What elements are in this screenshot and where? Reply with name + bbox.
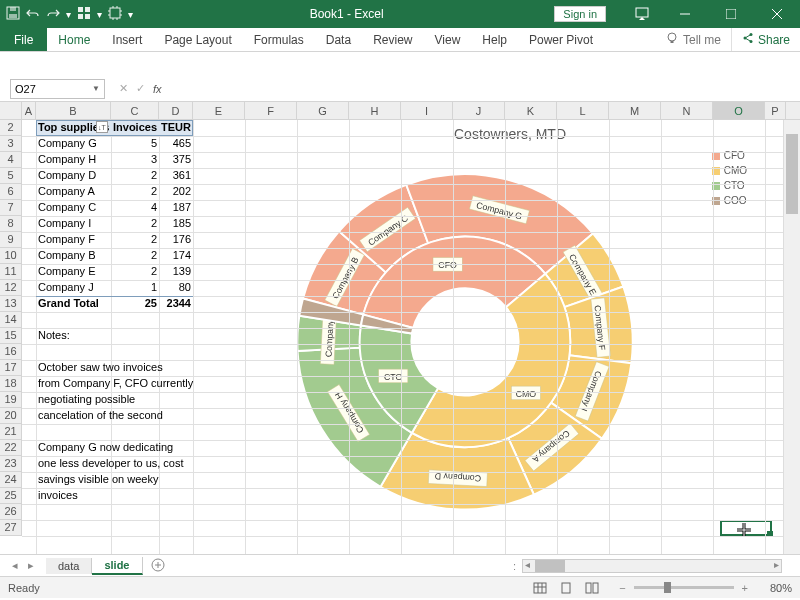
table-cell-company[interactable]: Company B	[36, 248, 111, 263]
table-cell-teur[interactable]: 174	[159, 248, 193, 263]
row-headers[interactable]: 2345678910111213141516171819202122232425…	[0, 120, 22, 554]
table-cell-company[interactable]: Company A	[36, 184, 111, 199]
notes-label[interactable]: Notes:	[36, 328, 236, 343]
tab-insert[interactable]: Insert	[101, 28, 153, 51]
column-headers[interactable]: ABCDEFGHIJKLMNOP	[0, 102, 800, 120]
row-header-17[interactable]: 17	[0, 360, 22, 376]
grid-area[interactable]: ABCDEFGHIJKLMNOP 23456789101112131415161…	[0, 102, 800, 554]
name-box[interactable]: O27 ▼	[10, 79, 105, 99]
table-cell-invoices[interactable]: 2	[111, 248, 159, 263]
note-line[interactable]: negotiating possible	[36, 392, 256, 407]
tab-file[interactable]: File	[0, 28, 47, 51]
row-header-24[interactable]: 24	[0, 472, 22, 488]
column-header-A[interactable]: A	[22, 102, 36, 119]
zoom-slider[interactable]	[634, 586, 734, 589]
select-all-corner[interactable]	[0, 102, 22, 119]
row-header-12[interactable]: 12	[0, 280, 22, 296]
vertical-scrollbar[interactable]	[783, 120, 800, 554]
table-cell-company[interactable]: Company H	[36, 152, 111, 167]
formula-input[interactable]	[168, 79, 800, 99]
table-cell-teur[interactable]: 465	[159, 136, 193, 151]
table-cell-invoices[interactable]: 3	[111, 152, 159, 167]
table-cell-company[interactable]: Company G	[36, 136, 111, 151]
table-cell-company[interactable]: Company J	[36, 280, 111, 295]
row-header-23[interactable]: 23	[0, 456, 22, 472]
table-cell-invoices[interactable]: 4	[111, 200, 159, 215]
tab-view[interactable]: View	[424, 28, 472, 51]
tab-help[interactable]: Help	[471, 28, 518, 51]
redo-icon[interactable]	[46, 6, 60, 23]
column-header-K[interactable]: K	[505, 102, 557, 119]
column-header-H[interactable]: H	[349, 102, 401, 119]
share-button[interactable]: Share	[731, 28, 800, 51]
row-header-9[interactable]: 9	[0, 232, 22, 248]
table-header-invoices[interactable]: Invoices	[111, 120, 159, 135]
row-header-14[interactable]: 14	[0, 312, 22, 328]
minimize-button[interactable]	[662, 0, 708, 28]
column-header-I[interactable]: I	[401, 102, 453, 119]
table-header-teur[interactable]: TEUR	[159, 120, 193, 135]
tab-data[interactable]: Data	[315, 28, 362, 51]
grid-icon[interactable]	[77, 6, 91, 23]
row-header-7[interactable]: 7	[0, 200, 22, 216]
column-header-O[interactable]: O	[713, 102, 765, 119]
table-cell-teur[interactable]: 80	[159, 280, 193, 295]
sheet-nav[interactable]: ◂▸	[0, 559, 46, 572]
sheet-tab-slide[interactable]: slide	[92, 557, 142, 575]
save-icon[interactable]	[6, 6, 20, 23]
row-header-26[interactable]: 26	[0, 504, 22, 520]
table-cell-teur[interactable]: 187	[159, 200, 193, 215]
row-header-19[interactable]: 19	[0, 392, 22, 408]
tab-page-layout[interactable]: Page Layout	[153, 28, 242, 51]
note-line[interactable]: cancelation of the second	[36, 408, 256, 423]
normal-view-icon[interactable]	[527, 578, 553, 598]
row-header-21[interactable]: 21	[0, 424, 22, 440]
column-header-L[interactable]: L	[557, 102, 609, 119]
column-header-F[interactable]: F	[245, 102, 297, 119]
table-cell-invoices[interactable]: 2	[111, 232, 159, 247]
view-buttons[interactable]	[527, 578, 605, 598]
table-cell-company[interactable]: Company F	[36, 232, 111, 247]
table-cell-company[interactable]: Company C	[36, 200, 111, 215]
table-cell-invoices[interactable]: 2	[111, 216, 159, 231]
qat-customize-icon[interactable]: ▾	[66, 9, 71, 20]
table-cell-teur[interactable]: 176	[159, 232, 193, 247]
grand-total-teur[interactable]: 2344	[159, 296, 193, 311]
zoom-out-button[interactable]: −	[619, 582, 625, 594]
tab-review[interactable]: Review	[362, 28, 423, 51]
page-break-view-icon[interactable]	[579, 578, 605, 598]
row-header-15[interactable]: 15	[0, 328, 22, 344]
column-header-G[interactable]: G	[297, 102, 349, 119]
row-header-25[interactable]: 25	[0, 488, 22, 504]
note-line[interactable]: Company G now dedicating	[36, 440, 256, 455]
table-cell-company[interactable]: Company E	[36, 264, 111, 279]
tell-me[interactable]: Tell me	[655, 28, 731, 51]
table-cell-teur[interactable]: 375	[159, 152, 193, 167]
row-header-6[interactable]: 6	[0, 184, 22, 200]
tab-home[interactable]: Home	[47, 28, 101, 51]
row-header-27[interactable]: 27	[0, 520, 22, 536]
tab-power-pivot[interactable]: Power Pivot	[518, 28, 604, 51]
row-header-18[interactable]: 18	[0, 376, 22, 392]
chevron-down-icon[interactable]: ▼	[92, 84, 100, 93]
filter-button-suppliers[interactable]: ↓T	[96, 121, 108, 133]
table-cell-invoices[interactable]: 5	[111, 136, 159, 151]
sign-in-button[interactable]: Sign in	[554, 6, 606, 22]
column-header-J[interactable]: J	[453, 102, 505, 119]
column-header-E[interactable]: E	[193, 102, 245, 119]
note-line[interactable]: invoices	[36, 488, 256, 503]
row-header-13[interactable]: 13	[0, 296, 22, 312]
column-header-B[interactable]: B	[36, 102, 111, 119]
new-sheet-button[interactable]	[143, 558, 173, 574]
table-cell-invoices[interactable]: 2	[111, 264, 159, 279]
column-header-D[interactable]: D	[159, 102, 193, 119]
maximize-button[interactable]	[708, 0, 754, 28]
note-line[interactable]: from Company F, CFO currently	[36, 376, 256, 391]
row-header-10[interactable]: 10	[0, 248, 22, 264]
column-header-P[interactable]: P	[765, 102, 786, 119]
page-layout-view-icon[interactable]	[553, 578, 579, 598]
grand-total-label[interactable]: Grand Total	[36, 296, 111, 311]
table-cell-teur[interactable]: 139	[159, 264, 193, 279]
row-header-20[interactable]: 20	[0, 408, 22, 424]
row-header-16[interactable]: 16	[0, 344, 22, 360]
